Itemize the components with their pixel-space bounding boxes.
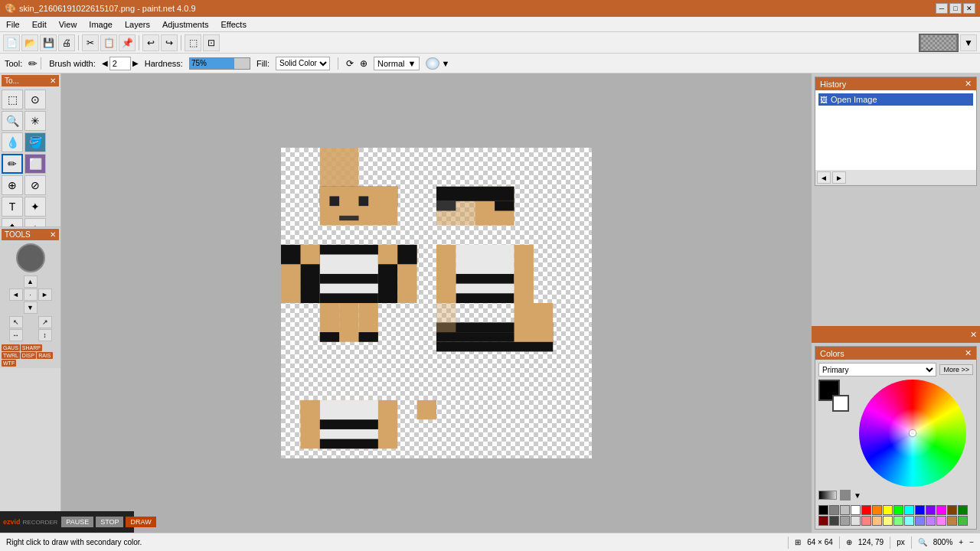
label-gaus[interactable]: GAUS [2,344,20,351]
tool-lasso-select[interactable]: ⊙ [24,90,46,109]
palette-medium-gray[interactable] [840,516,850,526]
move-up-btn[interactable]: ▲ [24,276,38,288]
palette-light-cyan[interactable] [904,516,914,526]
move-right-btn[interactable]: ► [38,289,52,301]
zoom-out-btn[interactable]: − [969,538,974,546]
open-button[interactable]: 📂 [21,34,38,51]
brush-width-input[interactable] [109,57,131,70]
opacity-arrow[interactable]: ▼ [441,59,449,68]
label-rais[interactable]: RAIS [37,352,52,359]
tool-zoom[interactable]: 🔍 [2,111,23,131]
tool-eraser[interactable]: ⬜ [24,154,46,174]
save-button[interactable]: 💾 [40,34,57,51]
palette-lime[interactable] [893,505,903,515]
history-back-btn[interactable]: ◄ [817,171,831,184]
palette-tan[interactable] [947,516,957,526]
tool-pencil[interactable]: ✏ [2,154,23,174]
palette-cyan[interactable] [904,505,914,515]
palette-light-gray[interactable] [851,516,861,526]
history-close-btn[interactable]: ✕ [965,79,972,89]
palette-light-magenta[interactable] [936,516,946,526]
menu-edit[interactable]: Edit [26,18,53,31]
menu-view[interactable]: View [53,18,83,31]
tool-magic-wand[interactable]: ✳ [24,111,46,131]
menu-file[interactable]: File [0,18,26,31]
label-twrl[interactable]: TWRL [2,352,20,359]
flip-h-btn[interactable]: ↔ [9,329,23,341]
palette-silver[interactable] [840,505,850,515]
rotate-ccw-btn[interactable]: ↖ [9,316,23,328]
tool-rect-select[interactable]: ⬚ [2,90,23,109]
palette-dark-gray[interactable] [829,516,839,526]
toolbox-close-btn[interactable]: ✕ [50,77,56,85]
tools-panel-close[interactable]: ✕ [50,230,56,239]
palette-maroon[interactable] [818,516,828,526]
palette-blue[interactable] [915,505,925,515]
hardness-slider[interactable]: 75% [189,57,250,70]
color-detail-swatch[interactable] [840,490,851,500]
secondary-color-swatch[interactable] [832,395,849,412]
palette-gray[interactable] [829,505,839,515]
maximize-button[interactable]: □ [949,3,962,14]
move-center-btn[interactable]: · [24,289,38,301]
tool-recolor[interactable]: ⊘ [24,175,46,195]
tool-paint-bucket[interactable]: 🪣 [24,132,46,152]
more-button[interactable]: More >> [939,364,973,375]
color-wheel-cursor[interactable] [910,430,916,436]
label-disp[interactable]: DISP [21,352,36,359]
colors-close-btn[interactable]: ✕ [965,348,972,358]
recorder-pause-button[interactable]: PAUSE [61,517,93,527]
select-all-button[interactable]: ⬚ [185,34,201,51]
palette-yellow[interactable] [883,505,893,515]
menu-effects[interactable]: Effects [215,18,253,31]
palette-white[interactable] [851,505,861,515]
menu-layers[interactable]: Layers [119,18,156,31]
brush-size-down-icon[interactable]: ◀ [102,59,108,67]
label-wtf[interactable]: WTF [2,360,16,367]
palette-purple[interactable] [926,505,936,515]
move-down-btn[interactable]: ▼ [24,302,38,314]
palette-light-orange[interactable] [872,516,882,526]
recorder-stop-button[interactable]: STOP [96,517,123,527]
orange-strip-close[interactable]: ✕ [970,330,977,340]
color-mode-select[interactable]: Primary Secondary [818,363,936,377]
flip-v-btn[interactable]: ↕ [38,329,52,341]
tool-shapes[interactable]: ✦ [24,197,46,217]
undo-button[interactable]: ↩ [142,34,159,51]
palette-red[interactable] [861,505,871,515]
fill-select[interactable]: Solid Color [276,57,330,70]
blend-mode-select[interactable]: Normal ▼ [374,57,420,70]
redo-button[interactable]: ↪ [161,34,178,51]
alpha-bar[interactable] [818,491,837,500]
canvas-container[interactable] [281,148,592,458]
color-drop-arrow[interactable]: ▼ [854,491,861,500]
rotate-cw-btn[interactable]: ↗ [38,316,52,328]
palette-light-yellow[interactable] [883,516,893,526]
menu-adjustments[interactable]: Adjustments [156,18,215,31]
tool-clone-stamp[interactable]: ⊕ [2,175,23,195]
cut-button[interactable]: ✂ [82,34,99,51]
palette-light-purple[interactable] [926,516,936,526]
brush-size-up-icon[interactable]: ▶ [132,59,139,67]
zoom-in-btn[interactable]: + [959,538,963,546]
minimize-button[interactable]: ─ [936,3,948,14]
paste-button[interactable]: 📌 [119,34,136,51]
tool-eyedropper[interactable]: 💧 [2,132,23,152]
copy-button[interactable]: 📋 [100,34,117,51]
recorder-draw-button[interactable]: DRAW [126,517,155,527]
new-button[interactable]: 📄 [3,34,20,51]
close-button[interactable]: ✕ [963,3,975,14]
palette-orange[interactable] [872,505,882,515]
palette-light-lime[interactable] [893,516,903,526]
palette-light-blue[interactable] [915,516,925,526]
history-forward-btn[interactable]: ► [832,171,846,184]
palette-green[interactable] [958,505,968,515]
deselect-button[interactable]: ⊡ [203,34,220,51]
color-wheel[interactable] [859,380,966,487]
tool-text[interactable]: T [2,197,23,217]
palette-medium-green[interactable] [958,516,968,526]
palette-magenta[interactable] [936,505,946,515]
thumbnail-arrow[interactable]: ▼ [960,34,977,51]
zoom-icon[interactable]: 🔍 [918,538,927,546]
palette-brown[interactable] [947,505,957,515]
